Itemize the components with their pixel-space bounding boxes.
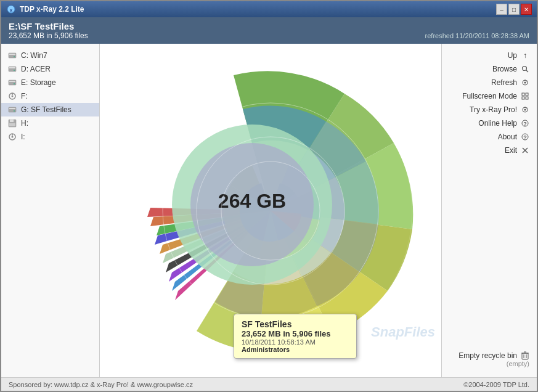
removable-icon-f	[7, 91, 17, 101]
svg-point-22	[12, 136, 14, 138]
svg-rect-18	[10, 120, 14, 122]
recycle-section: Empty recycle bin (empty)	[442, 346, 537, 372]
drive-item-c[interactable]: C: Win7	[1, 49, 99, 62]
svg-point-13	[12, 96, 14, 97]
svg-point-16	[14, 110, 15, 112]
main-content: C: Win7 D: ACER	[1, 44, 537, 377]
svg-point-33	[524, 82, 526, 84]
svg-text:x: x	[10, 7, 13, 13]
tooltip-owner: Administrators	[242, 346, 349, 353]
hdd-icon-e	[7, 78, 17, 88]
nav-refresh-label: Refresh	[491, 78, 517, 87]
title-bar: x TDP x-Ray 2.2 Lite – □ ✕	[1, 1, 537, 17]
drive-label-g: G: SF TestFiles	[21, 105, 71, 114]
current-path: E:\SF TestFiles	[9, 21, 529, 31]
drive-list: C: Win7 D: ACER	[1, 44, 100, 377]
drive-label-d: D: ACER	[21, 65, 51, 73]
tooltip-date: 10/18/2011 10:58:13 AM	[242, 338, 349, 346]
svg-text:264 GB: 264 GB	[218, 190, 286, 212]
tooltip: SF TestFiles 23,652 MB in 5,906 files 10…	[234, 314, 357, 359]
drive-item-g[interactable]: G: SF TestFiles	[1, 103, 99, 116]
empty-recycle-button[interactable]: Empty recycle bin	[449, 351, 529, 360]
about-icon: ?	[521, 133, 529, 141]
header: E:\SF TestFiles 23,652 MB in 5,906 files…	[1, 17, 537, 44]
tooltip-title: SF TestFiles	[242, 319, 349, 329]
header-info: 23,652 MB in 5,906 files refreshed 11/20…	[9, 31, 529, 40]
app-title: TDP x-Ray 2.2 Lite	[20, 5, 84, 14]
drive-label-h: H:	[21, 119, 28, 128]
file-size-info: 23,652 MB in 5,906 files	[9, 31, 88, 40]
svg-rect-19	[9, 123, 15, 126]
nav-about-label: About	[498, 133, 517, 141]
nav-fullscreen[interactable]: Fullscreen Mode	[442, 89, 537, 103]
svg-line-31	[526, 70, 529, 73]
svg-rect-38	[522, 97, 524, 99]
refresh-icon	[521, 78, 529, 87]
chart-area[interactable]: 264 GB SnapFiles SF TestFiles 23,652 MB …	[100, 44, 441, 377]
nav-fullscreen-label: Fullscreen Mode	[462, 92, 517, 100]
drive-item-d[interactable]: D: ACER	[1, 62, 99, 76]
nav-browse[interactable]: Browse	[442, 62, 537, 76]
drive-label-c: C: Win7	[21, 51, 47, 60]
nav-xraypro[interactable]: Try x-Ray Pro!	[442, 103, 537, 116]
save-icon-h	[7, 118, 17, 128]
refresh-time: refreshed 11/20/2011 08:28:38 AM	[425, 32, 529, 39]
svg-rect-39	[526, 97, 528, 99]
recycle-status: (empty)	[449, 360, 529, 367]
up-icon: ↑	[521, 51, 529, 60]
copyright-text: ©2004-2009 TDP Ltd.	[463, 381, 529, 388]
title-bar-left: x TDP x-Ray 2.2 Lite	[6, 4, 84, 14]
svg-rect-50	[522, 353, 528, 359]
hdd-icon-c	[7, 51, 17, 60]
removable-icon-i	[7, 132, 17, 142]
nav-exit[interactable]: Exit	[442, 144, 537, 157]
maximize-button[interactable]: □	[508, 4, 520, 15]
xraypro-icon	[521, 105, 529, 114]
svg-point-7	[14, 70, 15, 71]
drive-item-f[interactable]: F:	[1, 89, 99, 103]
svg-rect-3	[9, 54, 15, 55]
drive-label-e: E: Storage	[21, 78, 56, 87]
nav-help[interactable]: Online Help ?	[442, 116, 537, 130]
svg-text:?: ?	[523, 134, 527, 141]
svg-rect-6	[9, 67, 15, 68]
footer: Sponsored by: www.tdp.cz & x-Ray Pro! & …	[1, 377, 537, 391]
drive-label-f: F:	[21, 92, 28, 100]
nav-xraypro-label: Try x-Ray Pro!	[470, 105, 517, 114]
nav-refresh[interactable]: Refresh	[442, 76, 537, 89]
svg-text:?: ?	[523, 121, 527, 127]
help-icon: ?	[521, 119, 529, 128]
app-icon: x	[6, 4, 16, 14]
svg-rect-37	[526, 93, 528, 96]
nav-up[interactable]: Up ↑	[442, 49, 537, 62]
close-button[interactable]: ✕	[521, 4, 532, 15]
browse-icon	[521, 65, 529, 73]
nav-up-label: Up	[508, 51, 517, 60]
exit-icon	[521, 146, 529, 155]
svg-point-30	[523, 67, 527, 71]
hdd-icon-d	[7, 64, 17, 74]
tooltip-size: 23,652 MB in 5,906 files	[242, 329, 349, 338]
drive-item-e[interactable]: E: Storage	[1, 76, 99, 89]
window-controls: – □ ✕	[496, 4, 532, 15]
recycle-icon	[521, 351, 529, 360]
main-window: x TDP x-Ray 2.2 Lite – □ ✕ E:\SF TestFil…	[0, 0, 538, 392]
svg-point-4	[14, 56, 15, 57]
fullscreen-icon	[521, 92, 529, 100]
nav-browse-label: Browse	[492, 65, 517, 73]
drive-label-i: I:	[21, 133, 25, 141]
drive-item-i[interactable]: I:	[1, 130, 99, 144]
recycle-label: Empty recycle bin	[459, 351, 517, 360]
drive-item-h[interactable]: H:	[1, 116, 99, 130]
sponsor-text: Sponsored by: www.tdp.cz & x-Ray Pro! & …	[9, 381, 193, 388]
svg-rect-9	[9, 81, 15, 82]
nav-about[interactable]: About ?	[442, 130, 537, 144]
nav-exit-label: Exit	[505, 146, 517, 155]
svg-rect-36	[522, 93, 524, 96]
svg-rect-15	[9, 108, 15, 109]
nav-help-label: Online Help	[478, 119, 517, 128]
svg-point-41	[524, 109, 526, 111]
hdd-icon-g	[7, 105, 17, 115]
nav-panel: Up ↑ Browse Refresh	[441, 44, 537, 377]
minimize-button[interactable]: –	[496, 4, 507, 15]
